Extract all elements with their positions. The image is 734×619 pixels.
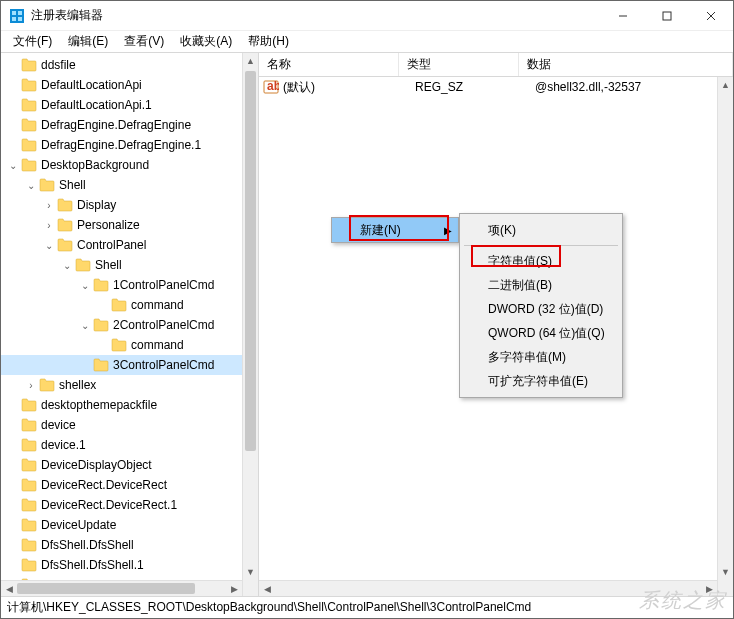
column-type[interactable]: 类型: [399, 53, 519, 76]
menu-edit[interactable]: 编辑(E): [60, 31, 116, 52]
maximize-button[interactable]: [645, 1, 689, 31]
folder-icon: [111, 338, 127, 352]
expand-collapse-icon[interactable]: ⌄: [79, 280, 91, 291]
scroll-down-icon[interactable]: ▼: [718, 564, 733, 580]
tree-item-label: command: [131, 298, 184, 312]
menu-new[interactable]: 新建(N) ▶: [332, 218, 458, 242]
tree-item[interactable]: DfsShell.DfsShell: [1, 535, 258, 555]
folder-icon: [39, 378, 55, 392]
folder-icon: [21, 138, 37, 152]
folder-icon: [21, 158, 37, 172]
menu-view[interactable]: 查看(V): [116, 31, 172, 52]
tree-item-label: DeviceUpdate: [41, 518, 116, 532]
tree-item[interactable]: ›Personalize: [1, 215, 258, 235]
tree-item[interactable]: ddsfile: [1, 55, 258, 75]
menu-new-string-label: 字符串值(S): [488, 253, 552, 270]
folder-icon: [21, 518, 37, 532]
folder-icon: [93, 318, 109, 332]
scroll-up-icon[interactable]: ▲: [718, 77, 733, 93]
menu-new-expand-label: 可扩充字符串值(E): [488, 373, 588, 390]
column-data[interactable]: 数据: [519, 53, 733, 76]
tree-item[interactable]: DeviceRect.DeviceRect.1: [1, 495, 258, 515]
tree-item[interactable]: ⌄DesktopBackground: [1, 155, 258, 175]
tree-item-label: Shell: [59, 178, 86, 192]
value-type: REG_SZ: [415, 80, 535, 94]
tree-item-label: DefaultLocationApi.1: [41, 98, 152, 112]
tree-item[interactable]: DeviceDisplayObject: [1, 455, 258, 475]
tree-item[interactable]: device: [1, 415, 258, 435]
expand-collapse-icon[interactable]: ⌄: [43, 240, 55, 251]
tree-item[interactable]: 3ControlPanelCmd: [1, 355, 258, 375]
values-scrollbar[interactable]: ▲ ▼: [717, 77, 733, 596]
value-row[interactable]: ab (默认) REG_SZ @shell32.dll,-32537: [259, 77, 733, 97]
close-button[interactable]: [689, 1, 733, 31]
scroll-left-icon[interactable]: ◀: [259, 581, 275, 596]
menu-file[interactable]: 文件(F): [5, 31, 60, 52]
scroll-right-icon[interactable]: ▶: [226, 581, 242, 596]
scroll-left-icon[interactable]: ◀: [1, 581, 17, 596]
tree-item-label: DeviceDisplayObject: [41, 458, 152, 472]
tree-item-label: 2ControlPanelCmd: [113, 318, 214, 332]
reg-string-icon: ab: [263, 79, 279, 95]
tree-hscrollbar[interactable]: ◀ ▶: [1, 580, 242, 596]
tree-item-label: DesktopBackground: [41, 158, 149, 172]
tree-item[interactable]: ›shellex: [1, 375, 258, 395]
tree-item[interactable]: DefragEngine.DefragEngine.1: [1, 135, 258, 155]
tree-item[interactable]: ⌄Shell: [1, 175, 258, 195]
menu-new-expand[interactable]: 可扩充字符串值(E): [460, 369, 622, 393]
tree-pane[interactable]: ddsfileDefaultLocationApiDefaultLocation…: [1, 53, 259, 596]
scroll-up-icon[interactable]: ▲: [243, 53, 258, 69]
tree-item[interactable]: ⌄ControlPanel: [1, 235, 258, 255]
tree-item[interactable]: ⌄Shell: [1, 255, 258, 275]
tree-item[interactable]: ⌄1ControlPanelCmd: [1, 275, 258, 295]
folder-icon: [21, 398, 37, 412]
tree-item-label: command: [131, 338, 184, 352]
tree-item[interactable]: command: [1, 295, 258, 315]
context-submenu-new[interactable]: 项(K) 字符串值(S) 二进制值(B) DWORD (32 位)值(D) QW…: [459, 213, 623, 398]
menu-new-multi[interactable]: 多字符串值(M): [460, 345, 622, 369]
folder-icon: [21, 98, 37, 112]
tree-scrollbar[interactable]: ▲ ▼: [242, 53, 258, 596]
column-name[interactable]: 名称: [259, 53, 399, 76]
expand-collapse-icon[interactable]: ⌄: [7, 160, 19, 171]
folder-icon: [21, 498, 37, 512]
scroll-thumb[interactable]: [245, 71, 256, 451]
tree-item[interactable]: DefragEngine.DefragEngine: [1, 115, 258, 135]
tree-item-label: shellex: [59, 378, 96, 392]
tree-item[interactable]: ›Display: [1, 195, 258, 215]
expand-collapse-icon[interactable]: ⌄: [25, 180, 37, 191]
tree-item[interactable]: ⌄2ControlPanelCmd: [1, 315, 258, 335]
value-data: @shell32.dll,-32537: [535, 80, 733, 94]
tree-item[interactable]: DefaultLocationApi.1: [1, 95, 258, 115]
scroll-down-icon[interactable]: ▼: [243, 564, 258, 580]
menu-new-binary[interactable]: 二进制值(B): [460, 273, 622, 297]
expand-collapse-icon[interactable]: ⌄: [79, 320, 91, 331]
folder-icon: [21, 558, 37, 572]
tree-item[interactable]: DeviceUpdate: [1, 515, 258, 535]
menu-new-dword[interactable]: DWORD (32 位)值(D): [460, 297, 622, 321]
folder-icon: [21, 478, 37, 492]
registry-tree[interactable]: ddsfileDefaultLocationApiDefaultLocation…: [1, 55, 258, 595]
hscroll-thumb[interactable]: [17, 583, 195, 594]
tree-item[interactable]: DefaultLocationApi: [1, 75, 258, 95]
menu-new-label: 新建(N): [360, 222, 401, 239]
expand-collapse-icon[interactable]: ›: [25, 380, 37, 391]
folder-icon: [39, 178, 55, 192]
minimize-button[interactable]: [601, 1, 645, 31]
tree-item-label: ddsfile: [41, 58, 76, 72]
tree-item[interactable]: device.1: [1, 435, 258, 455]
context-menu[interactable]: 新建(N) ▶: [331, 217, 459, 243]
menu-favorites[interactable]: 收藏夹(A): [172, 31, 240, 52]
menu-new-key[interactable]: 项(K): [460, 218, 622, 242]
menu-new-string[interactable]: 字符串值(S): [460, 249, 622, 273]
menu-new-qword[interactable]: QWORD (64 位)值(Q): [460, 321, 622, 345]
tree-item-label: 3ControlPanelCmd: [113, 358, 214, 372]
tree-item[interactable]: DfsShell.DfsShell.1: [1, 555, 258, 575]
tree-item[interactable]: command: [1, 335, 258, 355]
expand-collapse-icon[interactable]: ⌄: [61, 260, 73, 271]
tree-item[interactable]: desktopthemepackfile: [1, 395, 258, 415]
menu-help[interactable]: 帮助(H): [240, 31, 297, 52]
tree-item[interactable]: DeviceRect.DeviceRect: [1, 475, 258, 495]
expand-collapse-icon[interactable]: ›: [43, 200, 55, 211]
expand-collapse-icon[interactable]: ›: [43, 220, 55, 231]
